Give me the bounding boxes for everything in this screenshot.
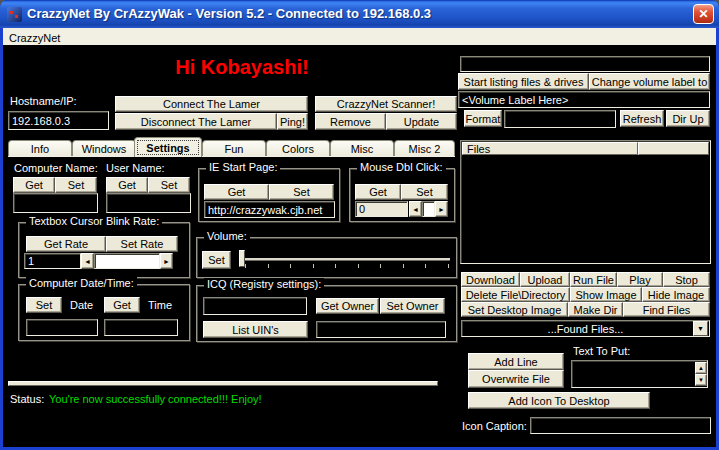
delete-file-button[interactable]: Delete File\Directory <box>461 287 570 302</box>
computer-name-label: Computer Name: <box>14 162 98 174</box>
ie-set-button[interactable]: Set <box>269 184 334 200</box>
scanner-button[interactable]: CrazzyNet Scanner! <box>315 96 457 112</box>
blink-rate-scroll-right[interactable]: ► <box>160 253 173 269</box>
ping-button[interactable]: Ping! <box>277 113 308 130</box>
date-field[interactable] <box>26 319 98 336</box>
connect-button[interactable]: Connect The Lamer <box>115 96 308 112</box>
icq-group-label: ICQ (Registry settings): <box>204 278 324 290</box>
icq-combo[interactable] <box>203 297 307 315</box>
tab-colors[interactable]: Colors <box>266 140 330 157</box>
disconnect-button[interactable]: Disconnect The Lamer <box>115 113 277 130</box>
mouse-scroll-right[interactable]: ► <box>435 201 448 217</box>
add-icon-to-desktop-button[interactable]: Add Icon To Desktop <box>468 392 650 409</box>
close-button[interactable]: ✕ <box>693 4 714 24</box>
start-listing-button[interactable]: Start listing files & drives <box>458 73 589 90</box>
text-to-put-input[interactable] <box>571 360 708 388</box>
volume-group-label: Volume: <box>204 230 250 242</box>
get-owner-button[interactable]: Get Owner <box>316 298 379 314</box>
text-to-put-label: Text To Put: <box>573 345 630 357</box>
refresh-button[interactable]: Refresh <box>620 110 664 127</box>
menu-bar: CrazzyNet <box>3 28 716 45</box>
find-files-button[interactable]: Find Files <box>623 302 710 317</box>
found-files-combo[interactable]: ...Found Files... <box>461 320 710 337</box>
tab-misc[interactable]: Misc <box>330 140 394 157</box>
update-button[interactable]: Update <box>386 113 457 130</box>
computer-name-set-button[interactable]: Set <box>55 177 97 193</box>
icq-owner-field[interactable] <box>316 321 446 338</box>
user-name-field[interactable] <box>106 193 191 213</box>
set-owner-button[interactable]: Set Owner <box>380 298 445 314</box>
blink-rate-scroll-left[interactable]: ◄ <box>81 253 94 269</box>
ie-url-field[interactable]: http://crazzywak.cjb.net <box>204 201 335 218</box>
upload-button[interactable]: Upload <box>520 272 570 287</box>
files-column-header-2[interactable] <box>638 142 709 155</box>
tab-strip-divider <box>8 156 455 157</box>
ie-get-button[interactable]: Get <box>204 184 269 200</box>
time-field[interactable] <box>104 319 178 336</box>
tab-windows[interactable]: Windows <box>72 140 136 157</box>
tab-settings[interactable]: Settings <box>134 137 202 157</box>
tab-misc2[interactable]: Misc 2 <box>394 140 455 157</box>
computer-name-field[interactable] <box>13 193 98 213</box>
run-file-button[interactable]: Run File <box>570 272 617 287</box>
tab-page-bottom-edge <box>8 381 438 386</box>
blink-rate-set-field[interactable] <box>94 253 160 269</box>
play-button[interactable]: Play <box>617 272 663 287</box>
window-title: CrazzyNet By CrAzzyWak - Version 5.2 - C… <box>27 0 431 28</box>
tab-fun[interactable]: Fun <box>202 140 266 157</box>
format-button[interactable]: Format <box>464 110 502 127</box>
add-line-button[interactable]: Add Line <box>468 353 564 370</box>
datetime-group-label: Computer Date/Time: <box>26 277 137 289</box>
make-dir-button[interactable]: Make Dir <box>568 302 623 317</box>
up-arrow-icon: ▲ <box>698 365 704 371</box>
format-combo[interactable] <box>504 110 616 128</box>
mouse-set-button[interactable]: Set <box>401 184 448 200</box>
mouse-scroll-thumb[interactable] <box>422 201 435 217</box>
text-to-put-scroll-up[interactable]: ▲ <box>695 362 707 374</box>
set-rate-button[interactable]: Set Rate <box>106 236 178 252</box>
user-name-set-button[interactable]: Set <box>148 177 190 193</box>
user-name-label: User Name: <box>106 162 165 174</box>
icon-caption-input[interactable] <box>530 417 711 434</box>
files-listview[interactable] <box>460 140 711 264</box>
icon-caption-label: Icon Caption: <box>462 420 527 432</box>
set-desktop-image-button[interactable]: Set Desktop Image <box>461 302 568 317</box>
show-image-button[interactable]: Show Image <box>570 287 642 302</box>
volume-set-button[interactable]: Set <box>202 251 231 269</box>
tab-info[interactable]: Info <box>8 140 72 157</box>
mouse-get-button[interactable]: Get <box>355 184 401 200</box>
text-to-put-scroll-down[interactable]: ▼ <box>695 374 707 386</box>
app-window: CrazzyNet By CrAzzyWak - Version 5.2 - C… <box>0 0 719 450</box>
ie-start-page-group-label: IE Start Page: <box>206 161 280 173</box>
title-bar[interactable]: CrazzyNet By CrAzzyWak - Version 5.2 - C… <box>0 0 719 28</box>
volume-slider-ticks <box>245 264 449 269</box>
datetime-set-button[interactable]: Set <box>26 297 62 313</box>
right-arrow-icon: ► <box>438 206 445 213</box>
files-column-header[interactable]: Files <box>462 142 638 155</box>
mouse-scroll-left[interactable]: ◄ <box>409 201 422 217</box>
hide-image-button[interactable]: Hide Image <box>642 287 710 302</box>
list-uins-button[interactable]: List UIN's <box>203 321 308 338</box>
mouse-dbl-click-field[interactable]: 0 <box>355 201 408 217</box>
datetime-get-button[interactable]: Get <box>104 297 140 313</box>
dirup-button[interactable]: Dir Up <box>666 110 710 127</box>
status-label: Status: <box>10 393 44 405</box>
hostname-input[interactable]: 192.168.0.3 <box>8 111 109 130</box>
down-arrow-icon: ▼ <box>698 377 704 383</box>
download-button[interactable]: Download <box>461 272 520 287</box>
change-volume-label-button[interactable]: Change volume label to <box>589 73 710 90</box>
app-icon <box>7 7 22 22</box>
remove-button[interactable]: Remove <box>315 113 386 130</box>
blink-rate-group-label: Textbox Cursor Blink Rate: <box>26 215 162 227</box>
blink-rate-value-field[interactable]: 1 <box>24 253 81 269</box>
volume-slider-track[interactable] <box>244 258 450 260</box>
get-rate-button[interactable]: Get Rate <box>26 236 106 252</box>
status-message: You're now successfully connected!!! Enj… <box>49 393 262 405</box>
user-name-get-button[interactable]: Get <box>106 177 148 193</box>
found-files-combo-arrow-icon[interactable]: ▼ <box>693 321 708 336</box>
overwrite-file-button[interactable]: Overwrite File <box>468 370 564 388</box>
current-path-field[interactable] <box>460 56 710 72</box>
volume-label-input[interactable]: <Volume Label Here> <box>458 91 710 108</box>
computer-name-get-button[interactable]: Get <box>13 177 55 193</box>
stop-button[interactable]: Stop <box>663 272 710 287</box>
